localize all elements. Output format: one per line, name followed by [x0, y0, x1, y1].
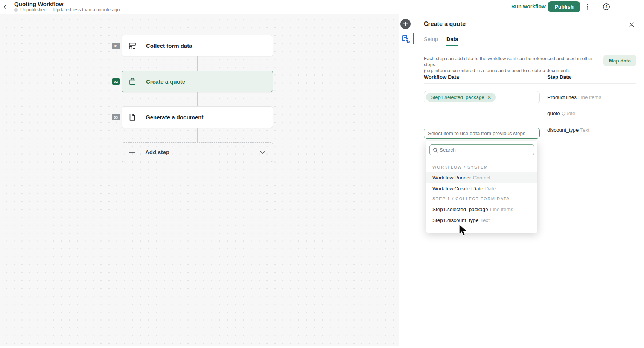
field-type: Line items [578, 94, 601, 100]
step-2-badge: 02 [112, 78, 120, 85]
header-divider [597, 2, 597, 12]
bag-icon [129, 78, 136, 85]
step-card-create-a-quote[interactable]: Create a quote [122, 71, 273, 92]
dropdown-item-workflow-createddate[interactable]: Workflow.CreatedDate Date [426, 183, 537, 194]
data-select-dropdown: WORKFLOW / SYSTEM Workflow.Runner Contac… [426, 141, 537, 233]
field-name: discount_type [547, 127, 579, 133]
help-icon[interactable]: ? [602, 2, 611, 11]
status-text: Unpublished [20, 7, 47, 12]
step-1-badge: 01 [112, 43, 120, 49]
workflow-canvas[interactable]: 01 Collect form data 02 Create a quote 0… [0, 14, 399, 346]
item-name: Step1.selected_package [432, 207, 488, 212]
item-type: Text [480, 217, 490, 223]
dropdown-section-workflow-system: WORKFLOW / SYSTEM [432, 165, 488, 169]
svg-text:?: ? [605, 5, 608, 9]
step-label: Collect form data [146, 43, 192, 49]
top-header: Quoting Workflow Unpublished · Updated l… [0, 0, 644, 14]
item-name: Step1.discount_type [432, 217, 478, 223]
columns-divider [424, 83, 636, 84]
workflow-step-icon[interactable] [400, 33, 411, 44]
field-type: Quote [562, 111, 575, 116]
step-card-generate-a-document[interactable]: Generate a document [122, 106, 273, 128]
add-step-button[interactable]: Add step [122, 142, 273, 162]
workflow-status-row: Unpublished · Updated less than a minute… [14, 7, 120, 12]
document-icon [129, 113, 136, 121]
dropdown-item-step1-discount-type[interactable]: Step1.discount_type Text [426, 215, 537, 225]
form-icon [129, 42, 136, 50]
connector-line [197, 92, 198, 106]
dropdown-section-step1: STEP 1 / COLLECT FORM DATA [432, 196, 510, 201]
field-name: quote [547, 111, 560, 116]
item-name: Workflow.CreatedDate [432, 186, 483, 191]
step-label: Generate a document [146, 114, 203, 120]
panel-title: Create a quote [424, 21, 466, 27]
mapping-select-discount-type[interactable]: Select item to use data from previous st… [424, 128, 540, 139]
item-type: Date [485, 186, 496, 191]
step-data-header: Step Data [547, 74, 571, 80]
workflow-data-header: Workflow Data [424, 74, 459, 80]
chevron-down-icon[interactable] [260, 150, 266, 154]
dropdown-search[interactable] [429, 144, 534, 155]
data-description: Each step can add data to the workflow s… [424, 56, 601, 74]
search-input[interactable] [440, 147, 534, 153]
back-icon[interactable] [1, 2, 10, 11]
tabs-divider [414, 46, 644, 46]
step-field-quote: quoteQuote [547, 111, 575, 116]
publish-button[interactable]: Publish [548, 1, 580, 12]
plus-icon [129, 149, 135, 156]
status-dot-icon [14, 8, 18, 12]
dot-separator: · [49, 7, 51, 12]
close-icon[interactable] [627, 20, 636, 29]
chip-remove-icon[interactable]: ✕ [487, 94, 491, 100]
description-line2: (e.g. information entered in a form can … [424, 68, 570, 73]
kebab-menu-icon[interactable] [583, 2, 592, 11]
page-title: Quoting Workflow [14, 1, 63, 7]
item-type: Line items [490, 207, 513, 212]
dropdown-item-step1-selected-package[interactable]: Step1.selected_package Line items [426, 204, 537, 214]
dropdown-item-workflow-runner[interactable]: Workflow.Runner Contact [426, 172, 537, 183]
selected-step-indicator [413, 33, 414, 44]
step-settings-panel: Create a quote Setup Data Each step can … [414, 14, 644, 348]
field-type: Text [580, 127, 589, 133]
data-chip[interactable]: Step1.selected_package ✕ [426, 93, 496, 102]
description-line1: Each step can add data to the workflow s… [424, 56, 593, 67]
tab-setup[interactable]: Setup [424, 36, 438, 42]
connector-line [197, 128, 198, 142]
field-name: Product lines [547, 94, 577, 100]
add-panel-step-button[interactable] [400, 19, 411, 29]
map-data-button[interactable]: Map data [603, 55, 636, 66]
chip-label: Step1.selected_package [431, 94, 484, 100]
connector-line [197, 56, 198, 71]
step-card-collect-form-data[interactable]: Collect form data [122, 35, 273, 56]
step-field-discount-type: discount_typeText [547, 127, 589, 133]
step-field-product-lines: Product linesLine items [547, 94, 601, 100]
run-workflow-button[interactable]: Run workflow [511, 3, 546, 9]
tab-data[interactable]: Data [446, 36, 458, 42]
add-step-label: Add step [145, 149, 169, 155]
step-label: Create a quote [146, 78, 185, 85]
mapping-input-product-lines[interactable]: Step1.selected_package ✕ [424, 91, 540, 103]
item-name: Workflow.Runner [432, 175, 471, 181]
search-icon [433, 147, 438, 153]
updated-text: Updated less than a minute ago [53, 7, 120, 12]
step-3-badge: 03 [112, 114, 120, 120]
item-type: Contact [473, 175, 491, 181]
